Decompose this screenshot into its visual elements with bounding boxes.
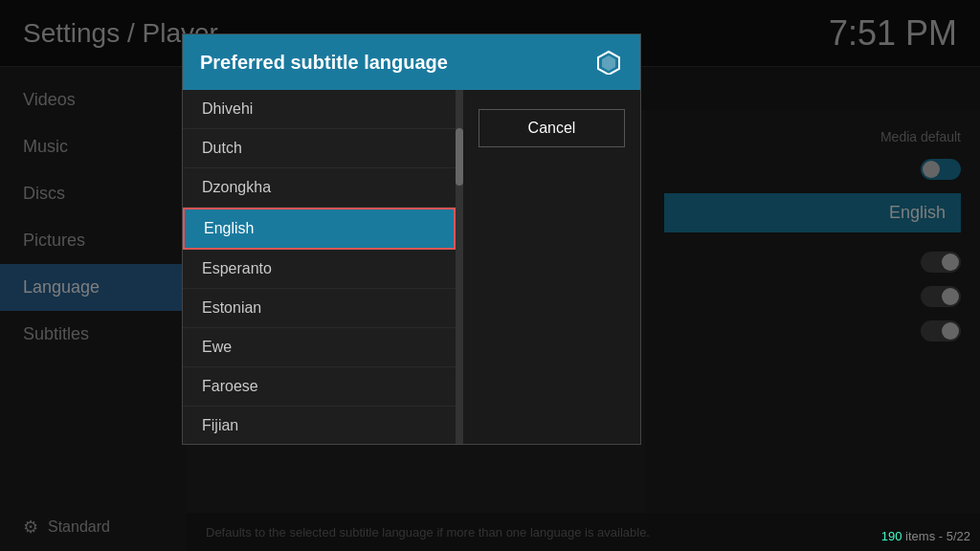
dialog-right-panel: Cancel 190 items - 5/22 <box>463 90 640 444</box>
list-item[interactable]: Fijian <box>183 407 456 444</box>
list-item[interactable]: Estonian <box>183 289 456 328</box>
list-item[interactable]: Esperanto <box>183 250 456 289</box>
dialog-overlay: Preferred subtitle language Dhivehi Dutc… <box>0 0 980 551</box>
items-count-label: 190 items - 5/22 <box>881 529 970 543</box>
dialog: Preferred subtitle language Dhivehi Dutc… <box>182 33 641 445</box>
items-page: items - 5/22 <box>905 529 970 543</box>
dialog-header: Preferred subtitle language <box>183 34 640 90</box>
language-list: Dhivehi Dutch Dzongkha English Esperanto… <box>183 90 456 444</box>
dialog-title: Preferred subtitle language <box>200 52 448 74</box>
list-item[interactable]: Dutch <box>183 129 456 168</box>
scrollbar[interactable] <box>456 90 463 444</box>
scrollbar-thumb[interactable] <box>456 128 463 186</box>
kodi-logo-icon <box>594 48 623 77</box>
dialog-body: Dhivehi Dutch Dzongkha English Esperanto… <box>183 90 640 444</box>
list-item[interactable]: Ewe <box>183 328 456 367</box>
list-item-selected[interactable]: English <box>183 208 456 250</box>
list-item[interactable]: Dhivehi <box>183 90 456 129</box>
list-item[interactable]: Faroese <box>183 367 456 407</box>
svg-marker-1 <box>602 55 615 71</box>
cancel-button[interactable]: Cancel <box>479 109 625 147</box>
items-count: 190 <box>881 529 902 543</box>
list-item[interactable]: Dzongkha <box>183 168 456 208</box>
